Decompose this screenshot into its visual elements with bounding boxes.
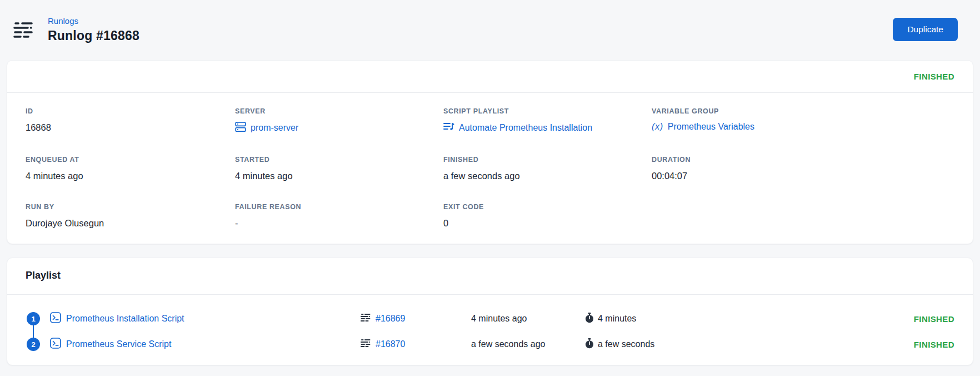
server-link[interactable]: prom-server — [235, 121, 298, 135]
row-duration: a few seconds — [598, 339, 654, 349]
page-title: Runlog #16868 — [48, 28, 139, 43]
step-number-badge: 2 — [27, 338, 40, 351]
field-id-label: ID — [26, 107, 235, 116]
field-script-playlist: SCRIPT PLAYLIST Automate Prometheus Inst… — [443, 107, 652, 135]
field-run-by-label: RUN BY — [26, 203, 235, 211]
field-variable-group: VARIABLE GROUP (x) Prometheus Variables — [652, 107, 954, 135]
field-failure-reason: FAILURE REASON - — [235, 203, 443, 229]
field-enqueued-at-value: 4 minutes ago — [26, 170, 235, 182]
playlist-card: Playlist 1 Prometh — [7, 258, 973, 365]
playlist-title: Playlist — [7, 258, 973, 295]
field-exit-code: EXIT CODE 0 — [443, 203, 652, 229]
stopwatch-icon — [585, 338, 594, 351]
field-variable-group-label: VARIABLE GROUP — [652, 107, 954, 116]
playlist-rows: 1 Prometheus Installation Script — [7, 295, 973, 365]
variable-x-icon: (x) — [652, 121, 663, 132]
runlog-ref-label: #16869 — [376, 314, 405, 324]
playlist-row: 1 Prometheus Installation Script — [26, 306, 954, 332]
field-id: ID 16868 — [26, 107, 235, 135]
runlog-status-badge: FINISHED — [914, 72, 954, 81]
duplicate-button[interactable]: Duplicate — [893, 18, 958, 41]
script-link[interactable]: Prometheus Installation Script — [50, 312, 184, 325]
playlist-row: 2 Prometheus Service Script — [26, 332, 954, 357]
server-link-label: prom-server — [251, 123, 298, 133]
runlog-ref-link[interactable]: #16870 — [361, 339, 405, 350]
field-enqueued-at: ENQUEUED AT 4 minutes ago — [26, 156, 235, 182]
runlog-detail-card: FINISHED ID 16868 SERVER — [7, 60, 973, 244]
script-playlist-link-label: Automate Prometheus Installation — [459, 123, 592, 133]
server-icon — [235, 121, 246, 135]
runlog-small-icon — [361, 339, 371, 350]
runlog-ref-label: #16870 — [376, 339, 405, 349]
runlog-small-icon — [361, 313, 371, 325]
field-id-value: 16868 — [26, 121, 235, 133]
field-failure-reason-value: - — [235, 217, 443, 229]
breadcrumb-runlogs[interactable]: Runlogs — [48, 16, 78, 26]
field-started: STARTED 4 minutes ago — [235, 156, 443, 182]
runlog-fields-grid: ID 16868 SERVER prom-server — [7, 93, 973, 244]
field-failure-reason-label: FAILURE REASON — [235, 203, 443, 211]
step-connector — [33, 325, 34, 338]
field-server: SERVER prom-server — [235, 107, 443, 135]
row-finished-at: 4 minutes ago — [471, 314, 585, 324]
field-exit-code-label: EXIT CODE — [443, 203, 652, 211]
step-number-badge: 1 — [27, 312, 40, 325]
runlog-ref-link[interactable]: #16869 — [361, 313, 405, 325]
variable-group-link-label: Prometheus Variables — [668, 122, 754, 132]
row-duration: 4 minutes — [598, 314, 636, 324]
field-enqueued-at-label: ENQUEUED AT — [26, 156, 235, 164]
field-started-label: STARTED — [235, 156, 443, 164]
field-server-label: SERVER — [235, 107, 443, 116]
row-status-badge: FINISHED — [914, 314, 954, 324]
script-link[interactable]: Prometheus Service Script — [50, 338, 171, 351]
script-link-label: Prometheus Service Script — [66, 339, 171, 349]
script-playlist-link[interactable]: Automate Prometheus Installation — [443, 121, 592, 135]
field-finished-value: a few seconds ago — [443, 170, 652, 182]
row-finished-at: a few seconds ago — [471, 339, 585, 349]
page-header: Runlogs Runlog #16868 Duplicate — [7, 0, 973, 51]
field-finished-label: FINISHED — [443, 156, 652, 164]
runlog-icon — [13, 21, 33, 40]
terminal-icon — [50, 312, 61, 325]
terminal-icon — [50, 338, 61, 351]
field-run-by: RUN BY Durojaye Olusegun — [26, 203, 235, 229]
field-run-by-value: Durojaye Olusegun — [26, 217, 235, 229]
field-script-playlist-label: SCRIPT PLAYLIST — [443, 107, 652, 116]
row-status-badge: FINISHED — [914, 340, 954, 349]
variable-group-link[interactable]: (x) Prometheus Variables — [652, 121, 754, 132]
field-exit-code-value: 0 — [443, 217, 652, 229]
runlog-status-row: FINISHED — [7, 61, 973, 93]
field-duration: DURATION 00:04:07 — [652, 156, 954, 182]
script-link-label: Prometheus Installation Script — [66, 314, 184, 324]
field-finished: FINISHED a few seconds ago — [443, 156, 652, 182]
playlist-icon — [443, 121, 454, 135]
stopwatch-icon — [585, 313, 594, 325]
field-started-value: 4 minutes ago — [235, 170, 443, 182]
field-duration-value: 00:04:07 — [652, 170, 954, 182]
field-duration-label: DURATION — [652, 156, 954, 164]
